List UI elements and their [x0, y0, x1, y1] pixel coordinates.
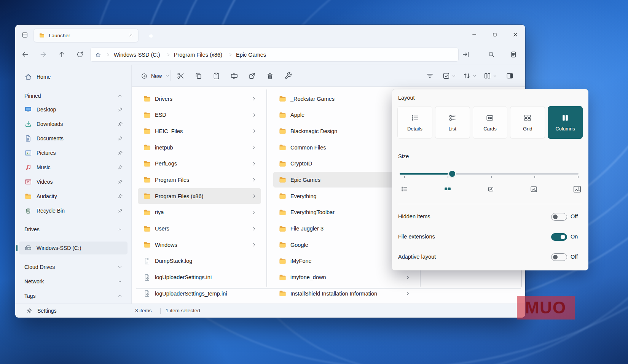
pin-icon[interactable]: [118, 208, 123, 213]
home-icon[interactable]: [95, 52, 101, 58]
clipboard-button[interactable]: [507, 48, 520, 61]
sidebar-item[interactable]: Audacity: [19, 190, 128, 203]
toolbar-view-button[interactable]: [461, 69, 479, 83]
chevron-right-icon[interactable]: [252, 242, 257, 247]
window-control-button[interactable]: [507, 28, 524, 41]
layout-option-button[interactable]: Details: [397, 106, 432, 139]
file-row[interactable]: riya: [138, 205, 261, 220]
file-row[interactable]: ESD: [138, 107, 261, 123]
toolbar-action-button[interactable]: [172, 69, 188, 83]
sidebar-item[interactable]: Pictures: [19, 146, 128, 159]
toolbar-action-button[interactable]: [244, 69, 260, 83]
nav-button[interactable]: [73, 48, 86, 61]
chevron-up-icon[interactable]: [118, 94, 122, 98]
file-row[interactable]: logUploaderSettings.ini: [138, 270, 261, 285]
breadcrumb-item[interactable]: Program Files (x86): [164, 52, 225, 58]
settings-button[interactable]: Settings: [26, 304, 57, 318]
new-button[interactable]: New: [136, 69, 174, 83]
chevron-right-icon[interactable]: [405, 275, 410, 280]
sidebar-section-pinned[interactable]: Pinned: [19, 90, 128, 102]
tab-close-button[interactable]: [127, 31, 135, 40]
toggle-switch[interactable]: [551, 253, 567, 261]
go-to-button[interactable]: [459, 48, 472, 61]
sidebar-item[interactable]: Documents: [19, 132, 128, 145]
sidebar-section[interactable]: Network: [19, 276, 128, 287]
toolbar-action-button[interactable]: [190, 69, 206, 83]
layout-option-button[interactable]: Grid: [510, 106, 545, 139]
nav-button[interactable]: [37, 48, 50, 61]
slider-thumb[interactable]: [449, 171, 455, 177]
chevron-right-icon[interactable]: [252, 161, 257, 166]
size-stop-button[interactable]: [569, 182, 585, 196]
layout-option-button[interactable]: Cards: [473, 106, 508, 139]
window-control-button[interactable]: [465, 28, 483, 41]
pin-icon[interactable]: [118, 107, 123, 112]
chevron-right-icon[interactable]: [252, 129, 257, 134]
tab-launcher[interactable]: Launcher: [33, 29, 139, 42]
toolbar-view-button[interactable]: [422, 69, 438, 83]
pin-icon[interactable]: [118, 194, 123, 199]
chevron-right-icon[interactable]: [252, 194, 257, 199]
toolbar-action-button[interactable]: [208, 69, 224, 83]
size-stop-button[interactable]: [440, 182, 455, 196]
horizontal-scrollbar[interactable]: [136, 288, 521, 289]
layout-option-button[interactable]: Columns: [548, 106, 583, 139]
sidebar-item[interactable]: Videos: [19, 175, 128, 188]
sidebar-item-drive[interactable]: Windows-SSD (C:): [19, 242, 128, 254]
file-row[interactable]: Windows: [138, 237, 261, 253]
pin-icon[interactable]: [118, 165, 123, 170]
chevron-up-icon[interactable]: [118, 294, 122, 298]
sidebar-item-home[interactable]: Home: [19, 70, 128, 83]
toolbar-action-button[interactable]: [280, 69, 296, 83]
chevron-down-icon[interactable]: [118, 279, 122, 284]
size-slider[interactable]: [400, 169, 579, 179]
chevron-up-icon[interactable]: [118, 227, 122, 232]
nav-button[interactable]: [19, 48, 32, 61]
chevron-right-icon[interactable]: [252, 226, 257, 231]
sidebar-section-drives[interactable]: Drives: [19, 224, 128, 235]
size-stop-button[interactable]: [483, 182, 498, 196]
breadcrumb-item[interactable]: Windows-SSD (C:): [104, 52, 163, 58]
sidebar-item[interactable]: Desktop: [19, 103, 128, 116]
file-row[interactable]: HEIC_Files: [138, 123, 261, 139]
file-row[interactable]: imyfone_down: [273, 270, 415, 285]
toolbar-view-button[interactable]: [481, 69, 499, 83]
layout-option-button[interactable]: List: [435, 106, 470, 139]
file-row[interactable]: DumpStack.log: [138, 253, 261, 269]
chevron-right-icon[interactable]: [405, 291, 410, 296]
chevron-right-icon[interactable]: [252, 113, 257, 118]
toolbar-action-button[interactable]: [262, 69, 278, 83]
file-row[interactable]: Program Files: [138, 172, 261, 188]
chevron-right-icon[interactable]: [252, 96, 257, 101]
window-control-button[interactable]: [486, 28, 504, 41]
sidebar-item[interactable]: Recycle Bin: [19, 204, 128, 217]
pin-icon[interactable]: [118, 136, 123, 141]
toolbar-action-button[interactable]: [226, 69, 242, 83]
breadcrumb-item[interactable]: Epic Games: [226, 52, 269, 58]
new-tab-button[interactable]: [146, 31, 155, 40]
breadcrumb[interactable]: Windows-SSD (C:) Program Files (x86) Epi…: [90, 48, 459, 62]
file-row[interactable]: Drivers: [138, 91, 261, 106]
file-row[interactable]: Users: [138, 221, 261, 237]
chevron-right-icon[interactable]: [252, 210, 257, 215]
sidebar-section[interactable]: Cloud Drives: [19, 261, 128, 273]
sidebar-item[interactable]: Downloads: [19, 118, 128, 130]
chevron-right-icon[interactable]: [252, 145, 257, 150]
size-stop-button[interactable]: [526, 182, 542, 196]
window-menu-button[interactable]: [19, 30, 30, 40]
pin-icon[interactable]: [118, 121, 123, 127]
column-divider[interactable]: [266, 89, 267, 287]
nav-button[interactable]: [55, 48, 68, 61]
file-row[interactable]: PerfLogs: [138, 156, 261, 172]
chevron-right-icon[interactable]: [252, 177, 257, 182]
toolbar-view-button[interactable]: [440, 69, 458, 83]
file-row[interactable]: inetpub: [138, 140, 261, 155]
file-row[interactable]: Program Files (x86): [138, 188, 261, 204]
toolbar-view-button[interactable]: [502, 69, 518, 83]
sidebar-section[interactable]: Tags: [19, 290, 128, 302]
pin-icon[interactable]: [118, 179, 123, 184]
sidebar-item[interactable]: Music: [19, 161, 128, 174]
search-button[interactable]: [485, 48, 498, 61]
toggle-switch[interactable]: [551, 213, 567, 221]
chevron-down-icon[interactable]: [118, 265, 122, 269]
